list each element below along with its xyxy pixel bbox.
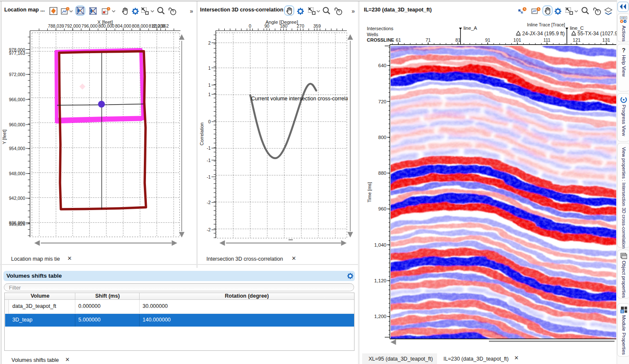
- svg-text:180: 180: [280, 23, 288, 28]
- svg-text:960,000: 960,000: [9, 122, 25, 127]
- svg-text:CROSSLINE: CROSSLINE: [367, 37, 394, 43]
- svg-text:-1: -1: [207, 174, 211, 179]
- svg-text:✕: ✕: [292, 255, 296, 262]
- svg-text:2: 2: [208, 40, 211, 46]
- svg-text:IL=230 (data_3D_teapot_ft): IL=230 (data_3D_teapot_ft): [443, 356, 509, 362]
- svg-text:121: 121: [573, 37, 580, 43]
- svg-text:Time [ms]: Time [ms]: [367, 182, 372, 202]
- svg-text:804,000: 804,000: [115, 23, 131, 28]
- svg-text:270: 270: [297, 23, 304, 28]
- svg-text:1,200: 1,200: [374, 314, 386, 319]
- svg-text:935,826: 935,826: [9, 222, 25, 227]
- svg-text:-1: -1: [207, 158, 211, 163]
- svg-text:111: 111: [543, 37, 551, 43]
- svg-text:808,000: 808,000: [132, 23, 148, 28]
- svg-text:✕: ✕: [67, 255, 72, 262]
- svg-text:Correlation: Correlation: [199, 122, 204, 145]
- svg-text:966,000: 966,000: [9, 97, 25, 102]
- svg-text:640: 640: [378, 63, 386, 68]
- svg-text:90: 90: [264, 23, 269, 28]
- svg-text:Intersection 3D cross-correlat: Intersection 3D cross-correlation: [206, 256, 283, 262]
- svg-text:1: 1: [208, 92, 211, 97]
- svg-text:1,120: 1,120: [374, 278, 386, 283]
- svg-text:812,962: 812,962: [153, 23, 169, 28]
- svg-text:0: 0: [208, 119, 211, 124]
- svg-text:71: 71: [426, 37, 431, 43]
- svg-text:800,000: 800,000: [98, 23, 114, 28]
- svg-text:line_C: line_C: [570, 26, 584, 31]
- svg-text:-1: -1: [207, 145, 211, 151]
- svg-text:line_A: line_A: [463, 26, 477, 31]
- svg-text:1: 1: [208, 65, 211, 71]
- svg-text:359: 359: [313, 23, 321, 28]
- svg-text:Y [feet]: Y [feet]: [2, 130, 7, 145]
- svg-text:-2: -2: [207, 227, 211, 232]
- svg-text:796,000: 796,000: [81, 23, 97, 28]
- svg-text:972,000: 972,000: [9, 72, 25, 77]
- svg-text:Intersections: Intersections: [367, 26, 394, 31]
- svg-text:954,000: 954,000: [9, 146, 25, 151]
- svg-text:942,000: 942,000: [9, 196, 25, 201]
- svg-text:XL=95 (data_3D_teapot_ft): XL=95 (data_3D_teapot_ft): [369, 356, 433, 362]
- svg-text:1,040: 1,040: [374, 242, 386, 247]
- svg-text:61: 61: [396, 37, 401, 43]
- svg-text:948,000: 948,000: [9, 171, 25, 176]
- svg-text:Inline Trace [Trace]: Inline Trace [Trace]: [527, 22, 565, 27]
- svg-text:720: 720: [378, 99, 386, 104]
- svg-text:✕: ✕: [514, 355, 519, 361]
- svg-text:24-JX-34 (195.9 ft): 24-JX-34 (195.9 ft): [522, 31, 565, 37]
- svg-text:101: 101: [513, 37, 521, 43]
- svg-text:960: 960: [378, 206, 386, 211]
- svg-text:977,163: 977,163: [9, 51, 25, 56]
- svg-text:55-TX-34 (1027.9 f: 55-TX-34 (1027.9 f: [578, 31, 617, 37]
- svg-text:-2: -2: [207, 200, 211, 205]
- svg-text:Current volume intersection cr: Current volume intersection cross-correl…: [251, 96, 357, 102]
- svg-text:788,039: 788,039: [48, 23, 64, 28]
- svg-text:0: 0: [249, 23, 252, 28]
- svg-text:Location map mis tie: Location map mis tie: [11, 256, 60, 262]
- svg-text:880: 880: [378, 171, 386, 176]
- svg-text:81: 81: [455, 37, 460, 43]
- svg-text:91: 91: [485, 37, 490, 43]
- svg-text:792,000: 792,000: [65, 23, 81, 28]
- svg-text:131: 131: [602, 37, 610, 43]
- svg-text:800: 800: [378, 135, 386, 140]
- svg-text:1: 1: [208, 82, 211, 88]
- svg-text:Wells: Wells: [367, 32, 378, 37]
